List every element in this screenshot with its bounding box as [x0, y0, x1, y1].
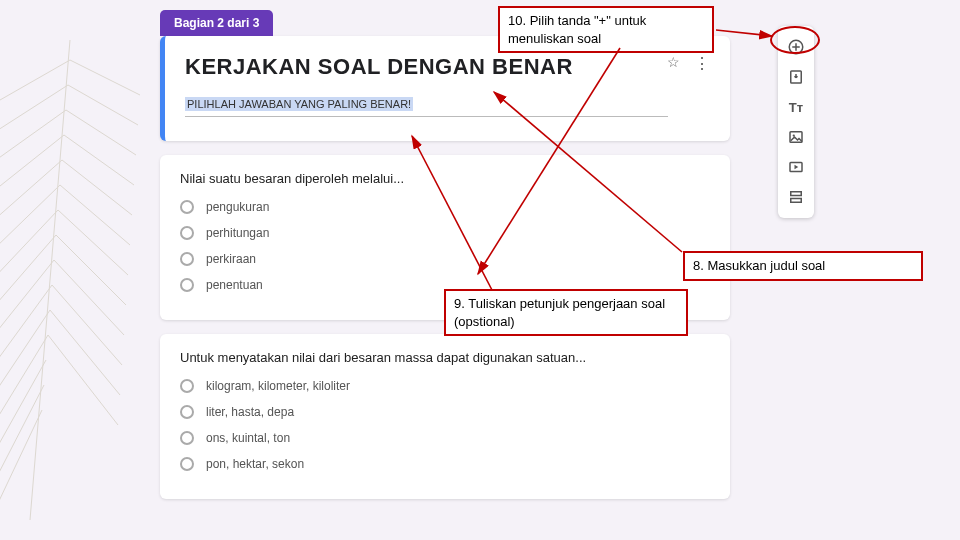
section-icon	[787, 188, 805, 206]
option-label: ons, kuintal, ton	[206, 431, 290, 445]
option-label: liter, hasta, depa	[206, 405, 294, 419]
video-icon	[787, 158, 805, 176]
add-image-button[interactable]	[778, 122, 814, 152]
plus-circle-icon	[787, 38, 805, 56]
radio-icon	[180, 226, 194, 240]
form-area: Bagian 2 dari 3 ☆ ⋮ PILIHLAH JAWABAN YAN…	[160, 10, 730, 513]
question-card[interactable]: Untuk menyatakan nilai dari besaran mass…	[160, 334, 730, 499]
floating-toolbox: Tт	[778, 26, 814, 218]
section-chip: Bagian 2 dari 3	[160, 10, 273, 36]
option-row[interactable]: pengukuran	[180, 200, 710, 214]
question-text: Untuk menyatakan nilai dari besaran mass…	[180, 350, 710, 365]
option-label: pengukuran	[206, 200, 269, 214]
option-label: perhitungan	[206, 226, 269, 240]
radio-icon	[180, 431, 194, 445]
option-row[interactable]: ons, kuintal, ton	[180, 431, 710, 445]
palm-leaf-decoration	[0, 30, 150, 530]
more-icon[interactable]: ⋮	[694, 54, 712, 73]
option-row[interactable]: perkiraan	[180, 252, 710, 266]
callout-9: 9. Tuliskan petunjuk pengerjaan soal (op…	[444, 289, 688, 336]
option-label: pon, hektar, sekon	[206, 457, 304, 471]
add-section-button[interactable]	[778, 182, 814, 212]
collapse-icon[interactable]: ☆	[667, 54, 680, 70]
image-icon	[787, 128, 805, 146]
import-icon	[787, 68, 805, 86]
question-text: Nilai suatu besaran diperoleh melalui...	[180, 171, 710, 186]
radio-icon	[180, 252, 194, 266]
svg-rect-6	[791, 199, 802, 203]
svg-rect-5	[791, 192, 802, 196]
callout-8: 8. Masukkan judul soal	[683, 251, 923, 281]
radio-icon	[180, 457, 194, 471]
add-video-button[interactable]	[778, 152, 814, 182]
option-label: perkiraan	[206, 252, 256, 266]
radio-icon	[180, 200, 194, 214]
option-row[interactable]: pon, hektar, sekon	[180, 457, 710, 471]
callout-10: 10. Pilih tanda "+" untuk menuliskan soa…	[498, 6, 714, 53]
radio-icon	[180, 405, 194, 419]
option-label: kilogram, kilometer, kiloliter	[206, 379, 350, 393]
form-description-text: PILIHLAH JAWABAN YANG PALING BENAR!	[185, 97, 413, 111]
radio-icon	[180, 379, 194, 393]
option-row[interactable]: liter, hasta, depa	[180, 405, 710, 419]
option-row[interactable]: kilogram, kilometer, kiloliter	[180, 379, 710, 393]
form-title-input[interactable]	[185, 54, 658, 80]
form-description-input[interactable]: PILIHLAH JAWABAN YANG PALING BENAR!	[185, 94, 668, 117]
import-questions-button[interactable]	[778, 62, 814, 92]
radio-icon	[180, 278, 194, 292]
add-question-button[interactable]	[778, 32, 814, 62]
add-title-button[interactable]: Tт	[778, 92, 814, 122]
option-row[interactable]: perhitungan	[180, 226, 710, 240]
option-label: penentuan	[206, 278, 263, 292]
